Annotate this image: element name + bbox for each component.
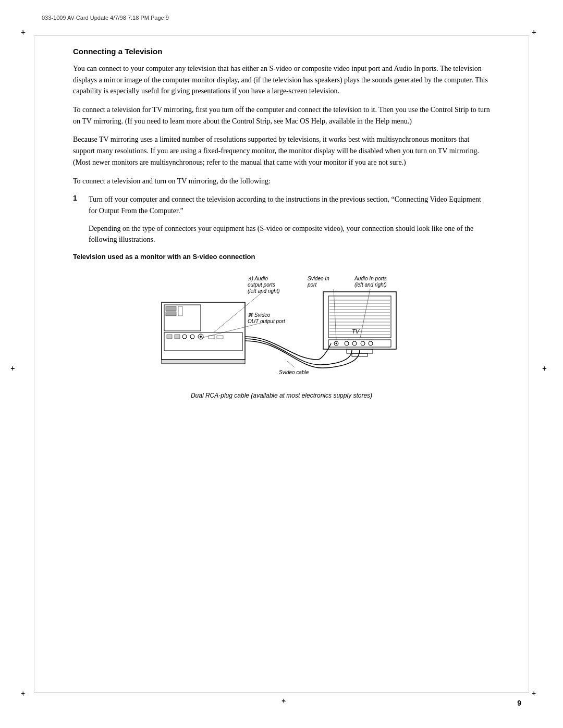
- diagram-container: TV ♬) Audio output ports (left and right…: [73, 271, 490, 399]
- paragraph-2: To connect a television for TV mirroring…: [73, 104, 490, 127]
- svg-text:⌘ Svideo: ⌘ Svideo: [248, 312, 271, 318]
- svg-rect-14: [162, 360, 245, 364]
- svg-rect-4: [178, 306, 182, 316]
- svg-text:output ports: output ports: [248, 282, 275, 288]
- border-right: [529, 36, 529, 692]
- reg-mark-bottom-right: +: [532, 689, 542, 700]
- page-number: 9: [517, 699, 521, 707]
- paragraph-4: To connect a television and turn on TV m…: [73, 176, 490, 187]
- header-text: 033-1009 AV Card Update 4/7/98 7:18 PM P…: [42, 15, 521, 21]
- diagram-wrapper: TV ♬) Audio output ports (left and right…: [146, 271, 417, 388]
- svg-rect-12: [209, 336, 215, 339]
- header-label: 033-1009 AV Card Update 4/7/98 7:18 PM P…: [42, 15, 169, 21]
- svg-rect-2: [166, 306, 176, 311]
- page: + + + + + + + 033-1009 AV Card Update 4/…: [0, 0, 563, 728]
- svg-line-38: [214, 289, 266, 332]
- svg-line-40: [287, 361, 295, 367]
- border-left: [34, 36, 34, 692]
- svg-rect-7: [175, 335, 180, 339]
- section-title: Connecting a Television: [73, 47, 490, 56]
- reg-mark-left-mid: +: [10, 364, 21, 375]
- svg-point-32: [345, 341, 349, 346]
- diagram-svg: TV ♬) Audio output ports (left and right…: [146, 271, 417, 386]
- svg-rect-3: [166, 312, 176, 316]
- diagram-caption: Dual RCA-plug cable (available at most e…: [191, 392, 372, 399]
- item-text: Turn off your computer and connect the t…: [89, 194, 490, 216]
- svg-text:(left and right): (left and right): [354, 282, 387, 288]
- svg-rect-8: [182, 335, 187, 339]
- svg-point-11: [200, 336, 202, 338]
- svg-point-34: [361, 341, 365, 346]
- svg-rect-6: [167, 335, 172, 339]
- svg-line-52: [334, 289, 336, 340]
- svg-text:(left and right): (left and right): [248, 288, 280, 294]
- reg-mark-bottom-mid: +: [282, 697, 292, 707]
- svg-point-31: [336, 342, 337, 344]
- svg-rect-37: [352, 353, 368, 356]
- svg-line-39: [202, 323, 261, 338]
- reg-mark-bottom-left: +: [21, 689, 31, 700]
- svg-line-53: [360, 289, 370, 340]
- reg-mark-right-mid: +: [542, 364, 553, 375]
- svg-text:Audio In ports: Audio In ports: [354, 276, 387, 281]
- main-content: Connecting a Television You can connect …: [73, 47, 490, 399]
- indent-paragraph: Depending on the type of connectors your…: [89, 223, 490, 245]
- svg-rect-29: [328, 340, 391, 347]
- svg-text:TV: TV: [352, 328, 360, 335]
- paragraph-1: You can connect to your computer any tel…: [73, 63, 490, 97]
- svg-point-35: [369, 341, 373, 346]
- svg-text:Svideo cable: Svideo cable: [279, 369, 309, 375]
- svg-rect-13: [217, 336, 223, 339]
- svg-text:♬) Audio: ♬) Audio: [248, 276, 268, 281]
- reg-mark-top-right: +: [532, 28, 542, 39]
- reg-mark-top-left: +: [21, 28, 31, 39]
- svg-point-33: [352, 341, 357, 346]
- svg-rect-9: [190, 335, 194, 339]
- svg-text:Svideo In: Svideo In: [308, 276, 329, 281]
- svg-text:port: port: [307, 282, 317, 288]
- top-rule: [34, 35, 529, 36]
- svg-text:OUT output port: OUT output port: [248, 318, 286, 324]
- bottom-rule: [34, 692, 529, 693]
- item-number: 1: [73, 194, 89, 216]
- numbered-item-1: 1 Turn off your computer and connect the…: [73, 194, 490, 216]
- subsection-title: Television used as a monitor with an S-v…: [73, 253, 490, 261]
- paragraph-3: Because TV mirroring uses a limited numb…: [73, 134, 490, 168]
